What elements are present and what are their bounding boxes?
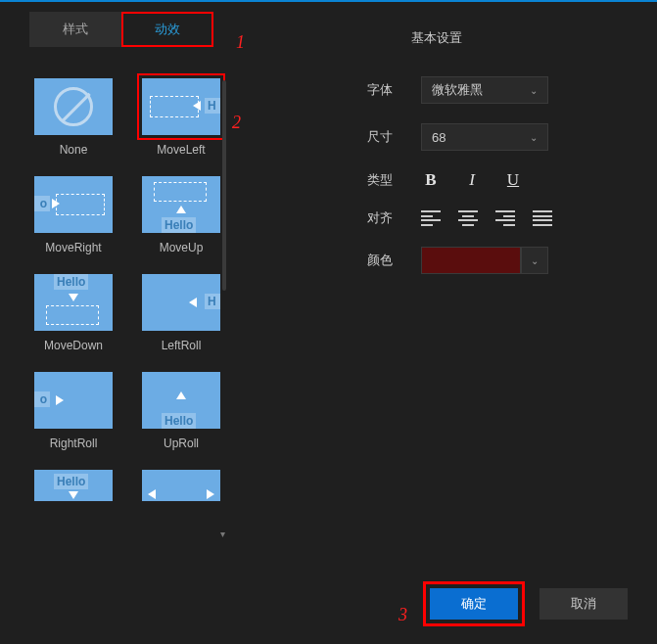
effect-thumb-uproll[interactable]: Hello [142,372,220,429]
arrow-right-icon [207,489,214,499]
setting-size: 尺寸 68 ⌄ [367,123,632,151]
effect-label: LeftRoll [162,339,202,352]
hello-ghost-icon: H [205,98,220,114]
effect-thumb-moveleft[interactable]: H [142,78,220,135]
effect-item-partial-2[interactable] [127,470,235,501]
arrow-left-icon [189,298,197,307]
arrow-up-icon [176,391,186,399]
type-buttons: B I U [421,170,523,190]
setting-color: 颜色 ⌄ [367,247,632,274]
color-picker[interactable]: ⌄ [421,247,548,274]
effect-item-moveup[interactable]: Hello MoveUp [127,176,235,254]
align-buttons [421,210,552,226]
chevron-down-icon: ⌄ [531,255,539,266]
chevron-down-icon: ⌄ [530,132,538,143]
effect-thumb-partial[interactable]: Hello [34,470,113,501]
tab-style[interactable]: 样式 [29,12,121,47]
scroll-indicator-icon: ▾ [220,529,225,539]
setting-font: 字体 微软雅黑 ⌄ [367,76,632,104]
size-dropdown[interactable]: 68 ⌄ [421,123,548,151]
hello-ghost-icon: H [205,294,220,309]
align-right-button[interactable] [495,210,515,226]
tab-bar: 样式 动效 [29,12,264,47]
arrow-right-icon [52,199,60,208]
none-icon [54,87,93,126]
effect-thumb-moveright[interactable]: o [34,176,113,233]
italic-button[interactable]: I [462,170,482,190]
align-center-button[interactable] [458,210,478,226]
settings-title: 基本设置 [411,29,632,47]
effect-label: MoveUp [160,241,204,254]
font-label: 字体 [367,81,421,99]
effect-item-none[interactable]: None [20,78,127,157]
bold-button[interactable]: B [421,170,441,190]
ok-button[interactable]: 确定 [430,588,518,620]
left-panel: 样式 动效 [0,12,264,47]
underline-button[interactable]: U [503,170,523,190]
effect-item-moveright[interactable]: o MoveRight [20,176,127,254]
effect-item-leftroll[interactable]: H LeftRoll [127,274,235,352]
effect-thumb-movedown[interactable]: Hello [34,274,113,331]
dashed-target-icon [56,194,105,215]
effect-item-rightroll[interactable]: o RightRoll [20,372,127,450]
effect-scrollbar[interactable] [222,80,226,291]
size-label: 尺寸 [367,128,421,146]
align-justify-button[interactable] [533,210,552,226]
effect-label: None [60,143,88,157]
arrow-left-icon [148,489,156,499]
hello-ghost-icon: Hello [162,413,196,429]
chevron-down-icon: ⌄ [530,85,538,96]
hello-ghost-icon: Hello [162,217,196,233]
arrow-down-icon [69,491,78,499]
arrow-up-icon [176,206,186,213]
hello-ghost-icon: Hello [54,474,88,489]
dashed-target-icon [154,182,207,202]
color-label: 颜色 [367,252,421,269]
color-swatch[interactable] [421,247,521,274]
effect-grid: None H MoveLeft o MoveRight Hello MoveUp… [20,78,235,521]
align-left-button[interactable] [421,210,441,226]
effect-thumb-moveup[interactable]: Hello [142,176,220,233]
effect-thumb-none[interactable] [34,78,113,135]
type-label: 类型 [367,171,421,189]
hello-ghost-icon: Hello [54,274,88,290]
setting-align: 对齐 [367,209,632,227]
effect-label: MoveLeft [157,143,205,157]
window-top-border [0,0,657,2]
setting-type: 类型 B I U [367,170,632,190]
effect-item-moveleft[interactable]: H MoveLeft [127,78,235,157]
tab-effect[interactable]: 动效 [121,12,213,47]
hello-ghost-icon: o [34,196,50,211]
dashed-target-icon [46,305,99,325]
effect-label: UpRoll [164,437,199,450]
font-dropdown[interactable]: 微软雅黑 ⌄ [421,76,548,104]
effect-label: MoveRight [45,241,101,254]
effect-thumb-leftroll[interactable]: H [142,274,220,331]
effect-item-uproll[interactable]: Hello UpRoll [127,372,235,450]
hello-ghost-icon: o [34,391,50,407]
cancel-button[interactable]: 取消 [540,588,628,620]
settings-panel: 基本设置 字体 微软雅黑 ⌄ 尺寸 68 ⌄ 类型 B I U 对齐 [367,29,632,294]
color-dropdown-button[interactable]: ⌄ [521,247,548,274]
arrow-left-icon [193,101,201,111]
align-label: 对齐 [367,209,421,227]
effect-label: MoveDown [44,339,103,352]
effect-label: RightRoll [50,437,98,450]
arrow-right-icon [56,395,64,405]
font-value: 微软雅黑 [432,81,483,99]
size-value: 68 [432,130,446,145]
effect-thumb-partial[interactable] [142,470,220,501]
annotation-3: 3 [399,605,407,625]
dialog-buttons: 确定 取消 [430,588,628,620]
effect-item-movedown[interactable]: Hello MoveDown [20,274,127,352]
effect-item-partial-1[interactable]: Hello [20,470,127,501]
effect-thumb-rightroll[interactable]: o [34,372,113,429]
dashed-target-icon [150,96,199,117]
arrow-down-icon [69,294,78,301]
